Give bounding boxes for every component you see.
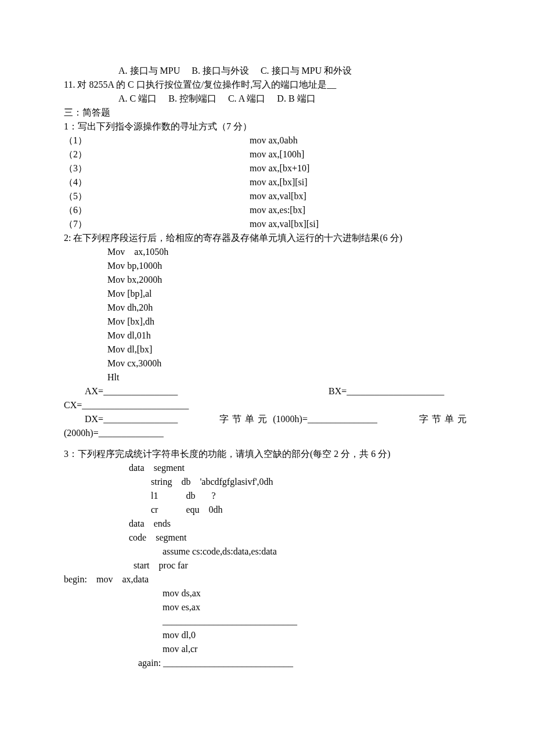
q3-1-row-6-right: mov ax,es:[bx] bbox=[250, 203, 470, 217]
q3-2-code-l3: Mov bx,2000h bbox=[64, 273, 470, 287]
q3-2-cx: CX=_______________________ bbox=[64, 398, 470, 412]
q3-3-code-l4: cr equ 0dh bbox=[64, 503, 470, 517]
q11-options: A. C 端口 B. 控制端口 C. A 端口 D. B 端口 bbox=[64, 92, 470, 106]
q3-3-code-l1: data segment bbox=[64, 461, 470, 475]
q3-2: 2: 在下列程序段运行后，给相应的寄存器及存储单元填入运行的十六进制结果(6 分… bbox=[64, 231, 470, 245]
q3-2-code-l1: Mov ax,1050h bbox=[64, 245, 470, 259]
q3-3: 3：下列程序完成统计字符串长度的功能，请填入空缺的部分(每空 2 分，共 6 分… bbox=[64, 447, 470, 461]
q3-2-b1-suf: (1000h)=_______________ bbox=[273, 414, 377, 424]
q3-1-row-2: （2） mov ax,[100h] bbox=[64, 147, 470, 161]
q3-1-row-6-left: （6） bbox=[64, 203, 250, 217]
q10-options: A. 接口与 MPU B. 接口与外设 C. 接口与 MPU 和外设 bbox=[64, 64, 470, 78]
q3-3-code-l10: mov ds,ax bbox=[64, 586, 470, 600]
q3-2-code-l8: Mov dl,[bx] bbox=[64, 343, 470, 357]
q3-1-row-7: （7） mov ax,val[bx][si] bbox=[64, 217, 470, 231]
q3-1-row-5-left: （5） bbox=[64, 189, 250, 203]
q3-3-code-l13: mov dl,0 bbox=[64, 628, 470, 642]
q11: 11. 对 8255A 的 C 口执行按位置位/复位操作时,写入的端口地址是__ bbox=[64, 78, 470, 92]
q3-2-dx-pre: DX= bbox=[85, 414, 103, 424]
q3-2-code-l4: Mov [bp],al bbox=[64, 287, 470, 301]
q3-1-row-7-right: mov ax,val[bx][si] bbox=[250, 217, 470, 231]
q3-3-code-l3: l1 db ? bbox=[64, 489, 470, 503]
q3-1-row-2-right: mov ax,[100h] bbox=[250, 147, 470, 161]
q3-2-dx-suf: ________________ bbox=[103, 414, 178, 424]
q3-1-row-3-right: mov ax,[bx+10] bbox=[250, 161, 470, 175]
q3-1-row-2-left: （2） bbox=[64, 147, 250, 161]
q3-3-code-l9: begin: mov ax,data bbox=[64, 573, 470, 586]
q3-1-row-5: （5） mov ax,val[bx] bbox=[64, 189, 470, 203]
q3-2-code-l10: Hlt bbox=[64, 370, 470, 384]
section3-heading: 三：简答题 bbox=[64, 106, 470, 120]
q3-3-code-l7: assume cs:code,ds:data,es:data bbox=[64, 545, 470, 559]
q3-2-ax: AX=________________ bbox=[64, 384, 329, 398]
q3-2-code-l6: Mov [bx],dh bbox=[64, 315, 470, 329]
q3-1-row-1: （1） mov ax,0abh bbox=[64, 134, 470, 147]
q3-2-b2-suf: (2000h)=______________ bbox=[64, 426, 470, 440]
q3-2-code-l7: Mov dl,01h bbox=[64, 329, 470, 343]
q3-3-code-l8: start proc far bbox=[64, 559, 470, 573]
q3-1-row-3: （3） mov ax,[bx+10] bbox=[64, 161, 470, 175]
q3-2-ans-row1: AX=________________ BX=_________________… bbox=[64, 384, 470, 398]
q3-2-code-l5: Mov dh,20h bbox=[64, 301, 470, 315]
q3-1: 1：写出下列指令源操作数的寻址方式（7 分） bbox=[64, 120, 470, 134]
q3-2-code-l2: Mov bp,1000h bbox=[64, 259, 470, 273]
q3-1-row-1-left: （1） bbox=[64, 134, 250, 147]
q3-2-ans-row3: DX=________________ 字节单元 (1000h)=_______… bbox=[64, 412, 470, 426]
q3-1-row-4: （4） mov ax,[bx][si] bbox=[64, 175, 470, 189]
q3-1-row-5-right: mov ax,val[bx] bbox=[250, 189, 470, 203]
q3-1-row-3-left: （3） bbox=[64, 161, 250, 175]
q3-1-row-1-right: mov ax,0abh bbox=[250, 134, 470, 147]
q3-2-b1-pre: 字节单元 bbox=[219, 414, 270, 424]
q3-2-bx: BX=_____________________ bbox=[329, 384, 444, 398]
q3-2-b2-pre: 字节单元 bbox=[419, 414, 470, 424]
q3-1-row-4-right: mov ax,[bx][si] bbox=[250, 175, 470, 189]
q3-3-code-l14: mov al,cr bbox=[64, 642, 470, 656]
q3-3-code-l15: again: ____________________________ bbox=[64, 656, 470, 670]
q3-3-code-l11: mov es,ax bbox=[64, 600, 470, 614]
q3-1-row-6: （6） mov ax,es:[bx] bbox=[64, 203, 470, 217]
q3-2-code-l9: Mov cx,3000h bbox=[64, 357, 470, 370]
q3-3-code-l6: code segment bbox=[64, 531, 470, 545]
q3-3-code-l5: data ends bbox=[64, 517, 470, 531]
q3-3-code-l2: string db 'abcdfgfglasivf',0dh bbox=[64, 475, 470, 489]
q3-1-row-4-left: （4） bbox=[64, 175, 250, 189]
q3-3-code-l12: _____________________________ bbox=[64, 614, 470, 628]
q3-1-row-7-left: （7） bbox=[64, 217, 250, 231]
